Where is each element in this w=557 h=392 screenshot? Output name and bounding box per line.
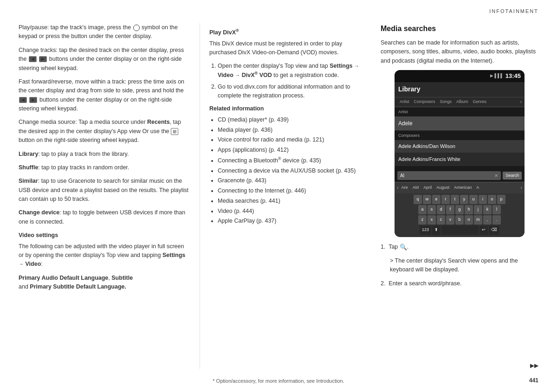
related-item-10: Apple CarPlay (p. 437)	[218, 217, 362, 225]
step-tap-search: 1. Tap 🔍.	[381, 243, 538, 252]
clear-icon[interactable]: ✕	[494, 172, 498, 180]
device-time: 13:45	[505, 71, 521, 81]
related-item-3: Apps (applications) (p. 412)	[218, 146, 362, 154]
key-k[interactable]: k	[483, 205, 492, 214]
key-o[interactable]: o	[488, 195, 496, 204]
tab-composers[interactable]: Composers	[412, 97, 438, 107]
list-item-adele-dan[interactable]: Adele Adkins/Dan Wilson	[395, 140, 525, 153]
tab-album[interactable]: Album	[454, 97, 471, 107]
list-item-adele-francis[interactable]: Adele Adkins/Francis White	[395, 153, 525, 166]
key-m[interactable]: m	[474, 215, 482, 225]
search-button[interactable]: Search	[503, 172, 522, 180]
key-shift[interactable]: ⬆	[432, 225, 440, 235]
suggest-american[interactable]: American	[452, 184, 473, 192]
column-left: Play/pause: tap the track's image, press…	[19, 23, 200, 369]
key-p[interactable]: p	[497, 195, 505, 204]
key-s[interactable]: s	[427, 205, 436, 214]
circle-icon	[133, 25, 140, 31]
suggest-am[interactable]: AM	[411, 184, 421, 192]
step-tap-search-sub: > The center display's Search view opens…	[390, 257, 538, 275]
related-item-1: Media player (p. 436)	[218, 126, 362, 135]
key-b[interactable]: b	[455, 215, 464, 225]
composers-label: Composers	[395, 131, 525, 140]
steps-section: 1. Tap 🔍. > The center display's Search …	[381, 243, 538, 288]
suggest-prev[interactable]: ‹	[397, 184, 399, 192]
device-search-bar: Al ✕ Search	[395, 169, 525, 182]
para-change-device: Change device: tap to toggle between USB…	[19, 208, 190, 226]
tab-artist[interactable]: Artist	[397, 97, 412, 107]
list-item-adele[interactable]: Adele	[395, 116, 525, 131]
search-value: Al	[400, 172, 404, 180]
key-h[interactable]: h	[465, 205, 473, 214]
key-n[interactable]: n	[465, 215, 473, 225]
library-label: Library	[19, 151, 38, 157]
primary-audio-line: Primary Audio Default Language, Subtitle…	[19, 274, 190, 292]
suggest-april[interactable]: April	[421, 184, 434, 192]
related-item-8: Media searches (p. 441)	[218, 197, 362, 206]
kb-row-2: a s d f g h j k l	[396, 205, 523, 214]
key-comma[interactable]: ,	[483, 215, 492, 225]
suggest-august[interactable]: August	[434, 184, 451, 192]
device-mockup: ▶ ▌▌▌ 13:45 Library Artist Composers Son…	[395, 70, 525, 237]
kb-row-4: 123 ⬆ ↩ ⌫	[396, 225, 523, 235]
related-item-6: Gracenote (p. 443)	[218, 176, 362, 185]
tab-genres[interactable]: Genres	[471, 97, 489, 107]
key-c[interactable]: c	[437, 215, 445, 225]
prev-hold-icon: ◀	[19, 97, 27, 103]
key-j[interactable]: j	[474, 205, 482, 214]
key-q[interactable]: q	[414, 195, 422, 204]
key-r[interactable]: r	[441, 195, 450, 204]
key-a[interactable]: a	[418, 205, 427, 214]
kb-row-1: q w e r t y u i o p	[396, 195, 523, 204]
key-w[interactable]: w	[423, 195, 431, 204]
column-middle: Play DivX® This DivX device must be regi…	[200, 23, 371, 369]
column-right: Media searches Searches can be made for …	[371, 23, 538, 369]
key-x[interactable]: x	[427, 215, 436, 225]
tab-arrow: ›	[520, 97, 522, 107]
signal-icon: ▶ ▌▌▌	[490, 73, 504, 79]
play-divx-title: Play DivX®	[209, 28, 362, 38]
key-t[interactable]: t	[451, 195, 459, 204]
key-f[interactable]: f	[446, 205, 454, 214]
recents-label: Recents	[147, 119, 170, 125]
key-v[interactable]: v	[446, 215, 454, 225]
step-2: Go to vod.divx.com for additional inform…	[218, 83, 362, 100]
key-u[interactable]: u	[469, 195, 478, 204]
artist-label: Artist	[395, 107, 525, 116]
device-list: Artist Adele Composers Adele Adkins/Dan …	[395, 107, 525, 169]
grid-icon: ⊞	[171, 128, 178, 135]
key-y[interactable]: y	[460, 195, 468, 204]
next-hold-icon: ▶	[29, 97, 37, 103]
key-i[interactable]: i	[479, 195, 487, 204]
key-l[interactable]: l	[492, 205, 501, 214]
suggest-a[interactable]: A	[474, 184, 481, 192]
key-enter[interactable]: ↩	[479, 225, 488, 235]
key-e[interactable]: e	[432, 195, 440, 204]
settings-label: Settings	[162, 252, 185, 258]
video-settings-title: Video settings	[19, 231, 190, 240]
related-item-7: Connecting to the Internet (p. 446)	[218, 186, 362, 195]
video-settings-text: The following can be adjusted with the v…	[19, 242, 190, 269]
suggest-are[interactable]: Are	[400, 184, 410, 192]
para-change-media: Change media source: Tap a media source …	[19, 118, 190, 145]
device-search-input[interactable]: Al ✕	[397, 171, 501, 180]
related-list: CD (media) player* (p. 439) Media player…	[218, 116, 362, 225]
para-library: Library: tap to play a track from the li…	[19, 150, 190, 159]
step-1: Open the center display's Top view and t…	[218, 62, 362, 80]
divx-steps: Open the center display's Top view and t…	[218, 62, 362, 100]
media-searches-title: Media searches	[381, 23, 538, 35]
related-item-4: Connecting a Bluetooth® device (p. 435)	[218, 156, 362, 165]
key-d[interactable]: d	[437, 205, 445, 214]
key-z[interactable]: z	[418, 215, 427, 225]
key-backspace[interactable]: ⌫	[489, 225, 499, 235]
suggest-next[interactable]: ›	[520, 184, 522, 192]
key-space[interactable]	[441, 225, 479, 235]
key-period[interactable]: .	[492, 215, 501, 225]
key-123[interactable]: 123	[420, 225, 431, 235]
prev-icon: ◀	[29, 56, 37, 62]
forward-arrows: ▶▶	[530, 362, 538, 369]
device-suggestions: ‹ Are AM April August American A ›	[395, 182, 525, 193]
tab-songs[interactable]: Songs	[438, 97, 454, 107]
key-g[interactable]: g	[455, 205, 464, 214]
page-header: INFOTAINMENT	[489, 8, 538, 14]
